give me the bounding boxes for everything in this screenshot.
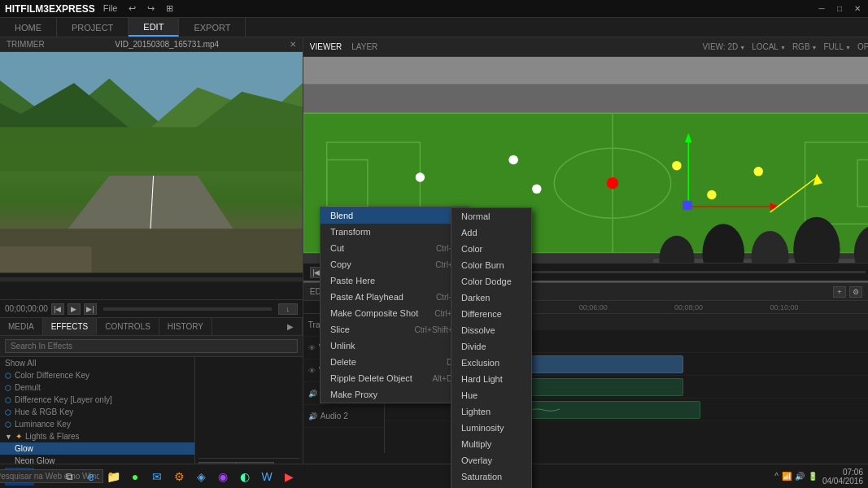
- blend-color-burn[interactable]: Color Burn: [451, 257, 531, 273]
- tab-layer[interactable]: LAYER: [351, 42, 377, 51]
- category-color-diff[interactable]: ⬡ Color Difference Key: [0, 369, 194, 381]
- clock[interactable]: 07:06 04/04/2016: [822, 468, 863, 486]
- blend-exclusion[interactable]: Exclusion: [451, 355, 531, 371]
- blend-multiply[interactable]: Multiply: [451, 436, 531, 452]
- maximize-btn[interactable]: □: [834, 3, 845, 15]
- nav-project[interactable]: PROJECT: [57, 18, 129, 37]
- taskbar-right: ^ 📶 🔊 🔋 07:06 04/04/2016: [774, 468, 863, 486]
- taskview-btn[interactable]: ⧉: [59, 467, 79, 486]
- viewer-header: VIEWER LAYER VIEW: 2D LOCAL RGB FULL OPT…: [303, 37, 868, 57]
- blend-dissolve[interactable]: Dissolve: [451, 322, 531, 338]
- edge-btn[interactable]: e: [81, 467, 101, 486]
- tab-controls[interactable]: CONTROLS: [97, 318, 159, 335]
- rgb-btn[interactable]: RGB: [792, 42, 818, 51]
- word-btn[interactable]: W: [257, 467, 277, 486]
- app2-btn[interactable]: ◈: [191, 467, 211, 486]
- outlook-btn[interactable]: ✉: [147, 467, 167, 486]
- apps-btn[interactable]: ⚙: [169, 467, 189, 486]
- network-icon[interactable]: 📶: [782, 472, 792, 481]
- ctx-cut[interactable]: Cut Ctrl+X: [321, 240, 469, 256]
- ctx-slice[interactable]: Slice Ctrl+Shift+D: [321, 321, 469, 338]
- ctx-ripple-delete[interactable]: Ripple Delete Object Alt+Del: [321, 370, 469, 386]
- blend-normal[interactable]: Normal: [451, 208, 531, 224]
- tl-insert[interactable]: ↓: [278, 303, 298, 315]
- tl-prev[interactable]: |◀: [51, 303, 64, 315]
- clock-time: 07:06: [822, 468, 863, 477]
- ctx-transform[interactable]: Transform: [321, 224, 469, 240]
- options-btn[interactable]: OPTIONS: [857, 42, 868, 51]
- redo-btn[interactable]: ↪: [147, 3, 155, 14]
- nav-edit[interactable]: EDIT: [129, 18, 179, 37]
- tab-viewer[interactable]: VIEWER: [310, 42, 342, 51]
- ctx-unlink[interactable]: Unlink: [321, 338, 469, 354]
- blend-color-dodge[interactable]: Color Dodge: [451, 273, 531, 290]
- category-diff-key[interactable]: ⬡ Difference Key [Layer only]: [0, 394, 194, 406]
- effects-more[interactable]: ▶: [279, 318, 303, 335]
- blend-lighten[interactable]: Lighten: [451, 403, 531, 420]
- ctx-paste-playhead[interactable]: Paste At Playhead Ctrl+V: [321, 289, 469, 305]
- trimmer-timeline: 00;00;00;00 |◀ ▶ ▶| ↓: [0, 299, 303, 317]
- grid-btn[interactable]: ⊞: [166, 3, 173, 14]
- tl-next[interactable]: ▶|: [84, 303, 97, 315]
- svg-rect-11: [0, 272, 303, 299]
- ctx-blend[interactable]: Blend: [321, 207, 469, 224]
- context-menu: Blend Transform Cut Ctrl+X Copy Ctrl+C P…: [320, 207, 469, 403]
- app5-btn[interactable]: ▶: [279, 467, 299, 486]
- blend-hue[interactable]: Hue: [451, 387, 531, 403]
- nav-home[interactable]: HOME: [0, 18, 57, 37]
- trimmer-label: TRIMMER: [7, 40, 45, 49]
- category-demult[interactable]: ⬡ Demult: [0, 381, 194, 394]
- ctx-make-composite[interactable]: Make Composite Shot Ctrl+M: [321, 305, 469, 321]
- category-lights[interactable]: ▼ ✦ Lights & Flares: [0, 430, 194, 442]
- blend-darken[interactable]: Darken: [451, 290, 531, 306]
- blend-luminosity[interactable]: Luminosity: [451, 420, 531, 436]
- tab-effects[interactable]: EFFECTS: [43, 318, 98, 335]
- volume-icon[interactable]: 🔊: [795, 472, 805, 481]
- ed-settings[interactable]: ⚙: [849, 286, 862, 298]
- blend-add[interactable]: Add: [451, 224, 531, 241]
- explorer-btn[interactable]: 📁: [103, 467, 123, 486]
- category-hue-rgb[interactable]: ⬡ Hue & RGB Key: [0, 406, 194, 418]
- undo-btn[interactable]: ↩: [129, 3, 136, 14]
- chrome-btn[interactable]: ●: [125, 467, 145, 486]
- ed-add-track[interactable]: +: [833, 286, 846, 298]
- blend-screen[interactable]: Screen: [451, 485, 531, 488]
- ctx-paste-here[interactable]: Paste Here: [321, 272, 469, 289]
- top-bar: HITFILM3EXPRESS File ↩ ↪ ⊞ ─ □ ✕: [0, 0, 868, 18]
- local-btn[interactable]: LOCAL: [752, 42, 786, 51]
- trimmer-header: TRIMMER VID_20150308_165731.mp4 ✕: [0, 37, 303, 52]
- minimize-btn[interactable]: ─: [816, 3, 827, 15]
- show-all-item[interactable]: Show All: [0, 357, 194, 369]
- close-btn[interactable]: ✕: [852, 3, 863, 15]
- battery-icon[interactable]: 🔋: [808, 472, 818, 481]
- trimmer-close[interactable]: ✕: [290, 40, 296, 49]
- view-2d-btn[interactable]: VIEW: 2D: [702, 42, 745, 51]
- full-btn[interactable]: FULL: [823, 42, 850, 51]
- effect-glow[interactable]: Glow: [0, 442, 194, 455]
- blend-hard-light[interactable]: Hard Light: [451, 371, 531, 387]
- tl-play[interactable]: ▶: [68, 303, 81, 315]
- blend-difference[interactable]: Difference: [451, 306, 531, 322]
- app3-btn[interactable]: ◉: [213, 467, 233, 486]
- svg-rect-5: [0, 127, 303, 171]
- tab-media[interactable]: MEDIA: [0, 318, 43, 335]
- ctx-delete[interactable]: Delete Del: [321, 354, 469, 370]
- category-lum-key[interactable]: ⬡ Luminance Key: [0, 418, 194, 430]
- search-taskbar-btn[interactable]: [37, 467, 57, 486]
- effects-search-input[interactable]: [5, 339, 298, 353]
- file-menu-item[interactable]: File: [103, 3, 118, 14]
- tab-history[interactable]: HISTORY: [159, 318, 212, 335]
- blend-saturation[interactable]: Saturation: [451, 468, 531, 485]
- app-logo: HITFILM3EXPRESS: [5, 3, 95, 15]
- ctx-make-proxy[interactable]: Make Proxy: [321, 386, 469, 403]
- nav-export[interactable]: EXPORT: [179, 18, 246, 37]
- svg-point-30: [707, 190, 716, 199]
- blend-divide[interactable]: Divide: [451, 338, 531, 355]
- tray-arrow[interactable]: ^: [774, 472, 779, 481]
- blend-overlay[interactable]: Overlay: [451, 452, 531, 468]
- file-menu[interactable]: File ↩ ↪ ⊞: [103, 3, 174, 14]
- audio2-clip[interactable]: [507, 401, 700, 419]
- blend-color[interactable]: Color: [451, 241, 531, 257]
- ctx-copy[interactable]: Copy Ctrl+C: [321, 256, 469, 272]
- app4-btn[interactable]: ◐: [235, 467, 255, 486]
